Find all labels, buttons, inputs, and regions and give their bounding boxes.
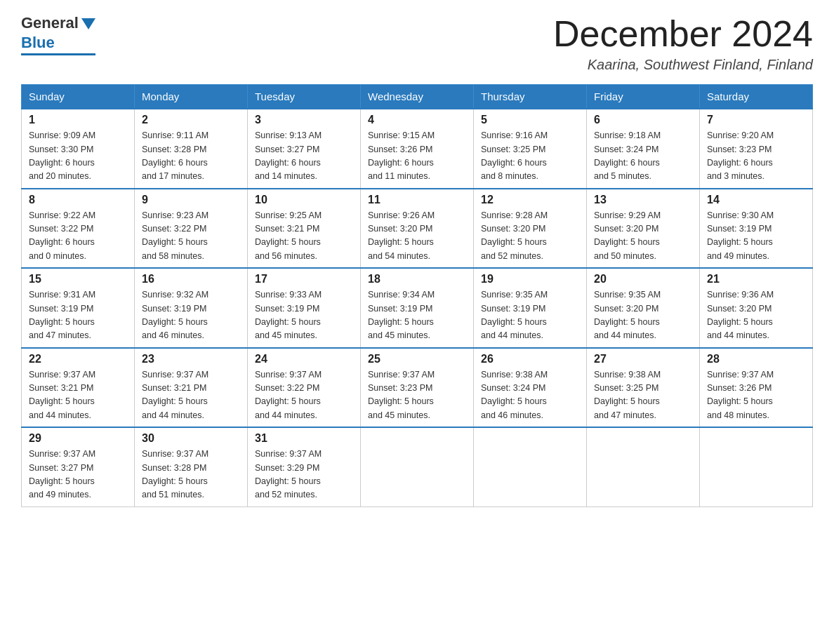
day-number: 22 [29,353,127,365]
table-row: 29 Sunrise: 9:37 AM Sunset: 3:27 PM Dayl… [22,427,135,507]
logo: General Blue [21,14,95,55]
table-row: 3 Sunrise: 9:13 AM Sunset: 3:27 PM Dayli… [248,109,361,189]
day-number: 14 [707,194,805,206]
day-number: 29 [29,432,127,445]
col-tuesday: Tuesday [248,85,361,109]
day-info: Sunrise: 9:09 AM Sunset: 3:30 PM Dayligh… [29,129,127,184]
day-number: 5 [481,114,579,126]
table-row: 22 Sunrise: 9:37 AM Sunset: 3:21 PM Dayl… [22,348,135,428]
table-row: 28 Sunrise: 9:37 AM Sunset: 3:26 PM Dayl… [700,348,813,428]
day-info: Sunrise: 9:25 AM Sunset: 3:21 PM Dayligh… [255,209,353,264]
day-number: 28 [707,353,805,365]
table-row [474,427,587,507]
day-info: Sunrise: 9:38 AM Sunset: 3:25 PM Dayligh… [594,368,692,423]
day-number: 21 [707,273,805,286]
day-info: Sunrise: 9:22 AM Sunset: 3:22 PM Dayligh… [29,209,127,264]
col-sunday: Sunday [22,85,135,109]
day-number: 24 [255,353,353,365]
table-row: 21 Sunrise: 9:36 AM Sunset: 3:20 PM Dayl… [700,268,813,348]
day-info: Sunrise: 9:15 AM Sunset: 3:26 PM Dayligh… [368,129,466,184]
day-number: 9 [142,194,240,206]
table-row: 24 Sunrise: 9:37 AM Sunset: 3:22 PM Dayl… [248,348,361,428]
day-number: 6 [594,114,692,126]
calendar-week-row: 29 Sunrise: 9:37 AM Sunset: 3:27 PM Dayl… [22,427,813,507]
table-row [587,427,700,507]
day-info: Sunrise: 9:26 AM Sunset: 3:20 PM Dayligh… [368,209,466,264]
day-info: Sunrise: 9:37 AM Sunset: 3:21 PM Dayligh… [29,368,127,423]
page-header: General Blue December 2024 Kaarina, Sout… [21,14,813,73]
day-info: Sunrise: 9:33 AM Sunset: 3:19 PM Dayligh… [255,288,353,343]
day-number: 1 [29,114,127,126]
logo-general-text: General [21,14,79,32]
day-number: 31 [255,432,353,445]
day-number: 2 [142,114,240,126]
table-row: 6 Sunrise: 9:18 AM Sunset: 3:24 PM Dayli… [587,109,700,189]
calendar-week-row: 22 Sunrise: 9:37 AM Sunset: 3:21 PM Dayl… [22,348,813,428]
day-info: Sunrise: 9:18 AM Sunset: 3:24 PM Dayligh… [594,129,692,184]
day-info: Sunrise: 9:35 AM Sunset: 3:19 PM Dayligh… [481,288,579,343]
table-row: 27 Sunrise: 9:38 AM Sunset: 3:25 PM Dayl… [587,348,700,428]
day-info: Sunrise: 9:34 AM Sunset: 3:19 PM Dayligh… [368,288,466,343]
day-info: Sunrise: 9:38 AM Sunset: 3:24 PM Dayligh… [481,368,579,423]
col-saturday: Saturday [700,85,813,109]
logo-blue-text: Blue [21,34,55,51]
day-info: Sunrise: 9:16 AM Sunset: 3:25 PM Dayligh… [481,129,579,184]
table-row: 31 Sunrise: 9:37 AM Sunset: 3:29 PM Dayl… [248,427,361,507]
table-row: 30 Sunrise: 9:37 AM Sunset: 3:28 PM Dayl… [135,427,248,507]
table-row: 19 Sunrise: 9:35 AM Sunset: 3:19 PM Dayl… [474,268,587,348]
col-monday: Monday [135,85,248,109]
table-row: 16 Sunrise: 9:32 AM Sunset: 3:19 PM Dayl… [135,268,248,348]
table-row: 1 Sunrise: 9:09 AM Sunset: 3:30 PM Dayli… [22,109,135,189]
day-info: Sunrise: 9:31 AM Sunset: 3:19 PM Dayligh… [29,288,127,343]
day-number: 11 [368,194,466,206]
table-row: 5 Sunrise: 9:16 AM Sunset: 3:25 PM Dayli… [474,109,587,189]
table-row: 20 Sunrise: 9:35 AM Sunset: 3:20 PM Dayl… [587,268,700,348]
month-title: December 2024 [553,14,813,54]
table-row: 10 Sunrise: 9:25 AM Sunset: 3:21 PM Dayl… [248,189,361,269]
table-row: 4 Sunrise: 9:15 AM Sunset: 3:26 PM Dayli… [361,109,474,189]
day-number: 19 [481,273,579,286]
day-number: 27 [594,353,692,365]
day-info: Sunrise: 9:35 AM Sunset: 3:20 PM Dayligh… [594,288,692,343]
calendar-table: Sunday Monday Tuesday Wednesday Thursday… [21,84,813,507]
day-number: 3 [255,114,353,126]
day-number: 15 [29,273,127,286]
day-info: Sunrise: 9:30 AM Sunset: 3:19 PM Dayligh… [707,209,805,264]
day-info: Sunrise: 9:36 AM Sunset: 3:20 PM Dayligh… [707,288,805,343]
day-number: 12 [481,194,579,206]
day-info: Sunrise: 9:37 AM Sunset: 3:29 PM Dayligh… [255,448,353,502]
table-row: 7 Sunrise: 9:20 AM Sunset: 3:23 PM Dayli… [700,109,813,189]
title-block: December 2024 Kaarina, Southwest Finland… [553,14,813,73]
calendar-header-row: Sunday Monday Tuesday Wednesday Thursday… [22,85,813,109]
day-number: 17 [255,273,353,286]
day-number: 8 [29,194,127,206]
table-row: 11 Sunrise: 9:26 AM Sunset: 3:20 PM Dayl… [361,189,474,269]
day-number: 7 [707,114,805,126]
day-number: 4 [368,114,466,126]
day-info: Sunrise: 9:37 AM Sunset: 3:27 PM Dayligh… [29,448,127,502]
day-number: 23 [142,353,240,365]
calendar-week-row: 15 Sunrise: 9:31 AM Sunset: 3:19 PM Dayl… [22,268,813,348]
table-row: 17 Sunrise: 9:33 AM Sunset: 3:19 PM Dayl… [248,268,361,348]
logo-underline [21,53,95,55]
table-row: 14 Sunrise: 9:30 AM Sunset: 3:19 PM Dayl… [700,189,813,269]
day-info: Sunrise: 9:28 AM Sunset: 3:20 PM Dayligh… [481,209,579,264]
day-number: 25 [368,353,466,365]
table-row: 18 Sunrise: 9:34 AM Sunset: 3:19 PM Dayl… [361,268,474,348]
day-info: Sunrise: 9:11 AM Sunset: 3:28 PM Dayligh… [142,129,240,184]
day-info: Sunrise: 9:32 AM Sunset: 3:19 PM Dayligh… [142,288,240,343]
day-number: 13 [594,194,692,206]
logo-text: General [21,14,95,32]
day-number: 26 [481,353,579,365]
calendar-week-row: 1 Sunrise: 9:09 AM Sunset: 3:30 PM Dayli… [22,109,813,189]
day-number: 30 [142,432,240,445]
day-info: Sunrise: 9:37 AM Sunset: 3:28 PM Dayligh… [142,448,240,502]
table-row: 13 Sunrise: 9:29 AM Sunset: 3:20 PM Dayl… [587,189,700,269]
table-row: 2 Sunrise: 9:11 AM Sunset: 3:28 PM Dayli… [135,109,248,189]
day-number: 20 [594,273,692,286]
col-wednesday: Wednesday [361,85,474,109]
table-row: 26 Sunrise: 9:38 AM Sunset: 3:24 PM Dayl… [474,348,587,428]
table-row [361,427,474,507]
table-row: 25 Sunrise: 9:37 AM Sunset: 3:23 PM Dayl… [361,348,474,428]
col-thursday: Thursday [474,85,587,109]
